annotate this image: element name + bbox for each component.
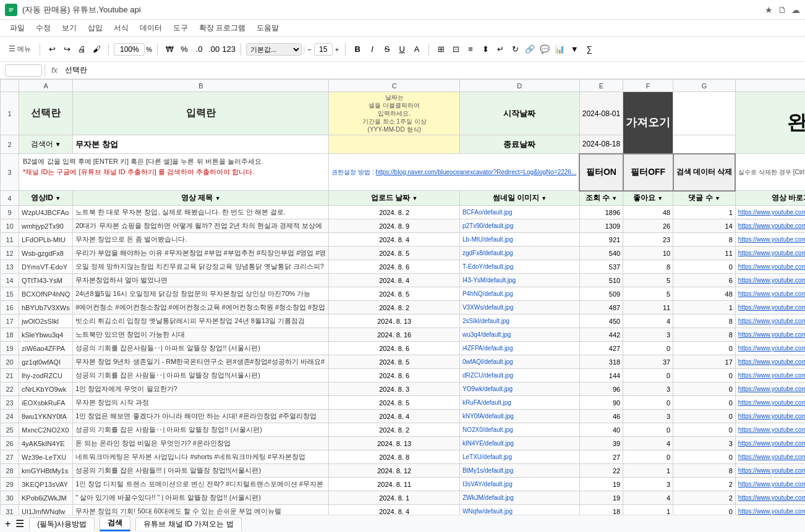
- cell-G31[interactable]: 0: [673, 505, 736, 515]
- cell-E12[interactable]: 540: [579, 247, 623, 260]
- cell-E19[interactable]: 427: [579, 342, 623, 355]
- menu-format[interactable]: 서식: [109, 22, 134, 35]
- cell-G10[interactable]: 14: [673, 219, 736, 233]
- cell-F26[interactable]: 4: [623, 437, 673, 450]
- cell-B14[interactable]: 무자본창업하셔 얼마 벌었나면: [73, 274, 329, 287]
- cell-B12[interactable]: 우리가 부업을 해야하는 이유 #무자본창업 #부업 #부업추천 #직장인부업 …: [73, 247, 329, 260]
- col-header-F[interactable]: F: [623, 80, 673, 92]
- cell-A17[interactable]: jwOlO2sSIkl: [19, 315, 73, 328]
- move-icon[interactable]: 🗋: [778, 5, 786, 15]
- function-button[interactable]: ∑: [582, 43, 596, 56]
- cell-A23[interactable]: iEOXsbkRuFA: [19, 396, 73, 410]
- cell-G19[interactable]: 0: [673, 342, 736, 355]
- cell-E9[interactable]: 1896: [579, 206, 623, 219]
- cell-E29[interactable]: 19: [579, 478, 623, 491]
- cell-H16[interactable]: https://www.youtube.com/watch?v=...: [735, 301, 805, 315]
- cell-E25[interactable]: 40: [579, 423, 623, 437]
- cell-A28[interactable]: kmGYHBtMy1s: [19, 464, 73, 478]
- cell-E24[interactable]: 46: [579, 410, 623, 423]
- cell-F21[interactable]: 0: [623, 369, 673, 382]
- filter-button[interactable]: ▼: [568, 43, 581, 56]
- col-header-videoid[interactable]: 영상ID ▼: [19, 191, 73, 206]
- col-header-link[interactable]: 영상 바로가기 링크 ▼: [735, 191, 805, 206]
- uploaddate-filter-icon[interactable]: ▼: [412, 195, 418, 201]
- col-header-H[interactable]: H: [735, 80, 805, 92]
- cell-F13[interactable]: 8: [623, 260, 673, 274]
- cell-A9[interactable]: WzpU4JBCFAo: [19, 206, 73, 219]
- link-button[interactable]: 🔗: [523, 43, 537, 56]
- cell-C18[interactable]: 2024. 8. 16: [329, 328, 459, 342]
- cell-B30[interactable]: " 살아 있기에 바꿀수있다!! " | 아파트 알뜰장 창업!! (서울시편): [73, 491, 329, 505]
- cell-B25[interactable]: 성공의 기회를 잡은 사람들‥| 아파트 알뜰장 창업!! (서울시편): [73, 423, 329, 437]
- cell-A10[interactable]: wmhjyp2Tx90: [19, 219, 73, 233]
- cell-D27[interactable]: LeTXU/default.jpg: [459, 450, 579, 464]
- cell-C25[interactable]: 2024. 8. 2: [329, 423, 459, 437]
- plus-icon[interactable]: +: [334, 46, 340, 53]
- cell-D17[interactable]: 2sSIkl/default.jpg: [459, 315, 579, 328]
- print-button[interactable]: 🖨: [75, 43, 88, 56]
- cell-F18[interactable]: 3: [623, 328, 673, 342]
- cell-E2[interactable]: 2024-08-18: [579, 135, 623, 154]
- cell-G11[interactable]: 8: [673, 233, 736, 247]
- cell-B29[interactable]: 1인 창업 디지털 트렌스 포메이션으로 변신 전략? #디지털트랜스포메이션 …: [73, 478, 329, 491]
- add-sheet-button[interactable]: +: [5, 518, 11, 530]
- zoom-input[interactable]: 100%: [114, 43, 145, 56]
- cell-C14[interactable]: 2024. 8. 4: [329, 274, 459, 287]
- cell-G21[interactable]: 0: [673, 369, 736, 382]
- menu-insert[interactable]: 삽입: [83, 22, 108, 35]
- cell-C17[interactable]: 2024. 8. 13: [329, 315, 459, 328]
- cell-F3-delete[interactable]: 검색 데이터 삭제: [673, 154, 736, 191]
- cell-E11[interactable]: 921: [579, 233, 623, 247]
- cell-B26[interactable]: 돈 되는 온라인 창업 비밀은 무엇인가? #온라인창업: [73, 437, 329, 450]
- cell-H29[interactable]: https://www.youtube.com/watch?v=...: [735, 478, 805, 491]
- menu-help[interactable]: 도움말: [252, 22, 284, 35]
- cell-F10[interactable]: 26: [623, 219, 673, 233]
- cell-A25[interactable]: MxncC2NO2X0: [19, 423, 73, 437]
- cell-E10[interactable]: 1309: [579, 219, 623, 233]
- cell-D19[interactable]: i4ZFPA/default.jpg: [459, 342, 579, 355]
- cell-B17[interactable]: 빗소리 튀김소리 입창정 옛날통닭레시피 무자본창업 24년 8월13일 기름점…: [73, 315, 329, 328]
- col-header-D[interactable]: D: [459, 80, 579, 92]
- cell-C22[interactable]: 2024. 8. 3: [329, 382, 459, 396]
- cell-A11[interactable]: LFdOPLb-MtU: [19, 233, 73, 247]
- cell-A12[interactable]: Wsb-gzgdFx8: [19, 247, 73, 260]
- cell-A16[interactable]: hBYUb7V3XWs: [19, 301, 73, 315]
- cell-H26[interactable]: https://www.youtube.com/watch?v=...: [735, 437, 805, 450]
- cell-F29[interactable]: 3: [623, 478, 673, 491]
- cell-F17[interactable]: 4: [623, 315, 673, 328]
- cell-G30[interactable]: 2: [673, 491, 736, 505]
- cell-B13[interactable]: 오일 정제 망하지않는창업 치킨무료교육 닭강정교육 양념통닭 옛날통닭 크리스…: [73, 260, 329, 274]
- cell-F9[interactable]: 48: [623, 206, 673, 219]
- cell-H24[interactable]: https://www.youtube.com/watch?v=...: [735, 410, 805, 423]
- cell-E27[interactable]: 27: [579, 450, 623, 464]
- wrap-button[interactable]: ↵: [493, 43, 507, 56]
- cell-A13[interactable]: DYmsVT-EdoY: [19, 260, 73, 274]
- col-header-E[interactable]: E: [579, 80, 623, 92]
- menu-tools[interactable]: 도구: [168, 22, 193, 35]
- cell-B2[interactable]: 무자본 창업: [73, 135, 329, 154]
- cell-F20[interactable]: 37: [623, 355, 673, 369]
- col-header-G[interactable]: G: [673, 80, 736, 92]
- cell-H15[interactable]: https://www.youtube.com/watch?v=...: [735, 287, 805, 301]
- cell-F25[interactable]: 0: [623, 423, 673, 437]
- valign-button[interactable]: ⬍: [479, 43, 492, 56]
- col-header-thumbnail[interactable]: 썸네일 이미지 ▼: [459, 191, 579, 206]
- cell-G28[interactable]: 8: [673, 464, 736, 478]
- decimal-decrease-icon[interactable]: .0: [192, 43, 206, 56]
- cell-H23[interactable]: https://www.youtube.com/watch?v=...: [735, 396, 805, 410]
- cell-E28[interactable]: 22: [579, 464, 623, 478]
- cell-E16[interactable]: 487: [579, 301, 623, 315]
- cell-G12[interactable]: 11: [673, 247, 736, 260]
- cell-D28[interactable]: BtMy1s/default.jpg: [459, 464, 579, 478]
- cell-H14[interactable]: https://www.youtube.com/watch?v=...: [735, 274, 805, 287]
- title-filter-icon[interactable]: ▼: [215, 195, 221, 201]
- comments-filter-icon[interactable]: ▼: [715, 195, 720, 201]
- cell-A2[interactable]: 검색어 ▼: [19, 135, 73, 154]
- cell-B11[interactable]: 무자본 창업으로 돈 좀 벌어봤습니다.: [73, 233, 329, 247]
- cell-D13[interactable]: T-EdoY/default.jpg: [459, 260, 579, 274]
- cell-H30[interactable]: https://www.youtube.com/watch?v=...: [735, 491, 805, 505]
- cell-H10[interactable]: https://www.youtube.com/watch?v=...: [735, 219, 805, 233]
- cell-H22[interactable]: https://www.youtube.com/watch?v=...: [735, 382, 805, 396]
- cell-E23[interactable]: 90: [579, 396, 623, 410]
- cell-E21[interactable]: 144: [579, 369, 623, 382]
